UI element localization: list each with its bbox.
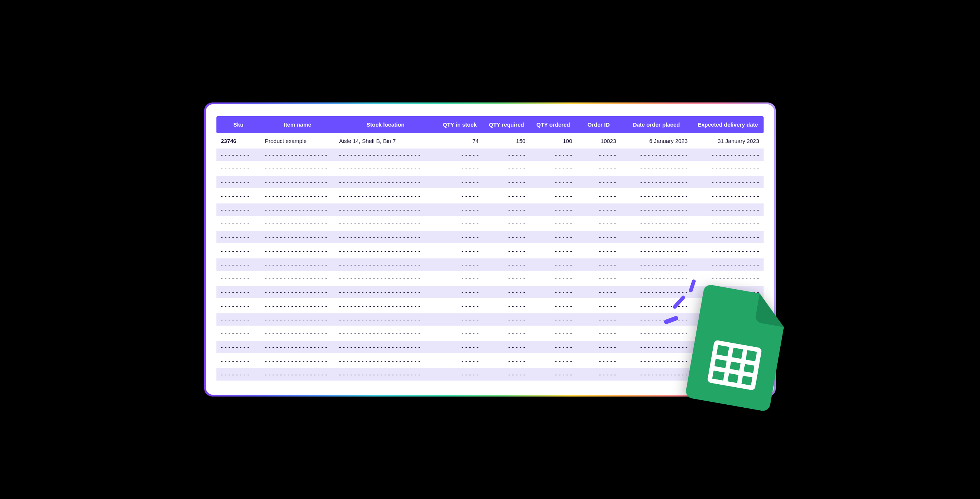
- placeholder-cell[interactable]: - - - - - - - -: [216, 258, 261, 271]
- placeholder-cell[interactable]: - - - - -: [530, 327, 576, 340]
- placeholder-cell[interactable]: - - - - -: [483, 272, 530, 284]
- col-date-order-placed[interactable]: Date order placed: [620, 116, 692, 133]
- placeholder-cell[interactable]: - - - - -: [576, 148, 620, 161]
- placeholder-cell[interactable]: - - - - -: [483, 258, 530, 271]
- table-row-placeholder[interactable]: - - - - - - - -- - - - - - - - - - - - -…: [216, 245, 764, 257]
- placeholder-cell[interactable]: - - - - - - - - - - - - -: [620, 204, 692, 216]
- col-qty-ordered[interactable]: QTY ordered: [530, 116, 576, 133]
- placeholder-cell[interactable]: - - - - - - - -: [216, 300, 261, 312]
- placeholder-cell[interactable]: - - - - - - - -: [216, 327, 261, 340]
- col-expected-delivery-date[interactable]: Expected delivery date: [692, 116, 764, 133]
- placeholder-cell[interactable]: - - - - - - - -: [216, 204, 261, 216]
- placeholder-cell[interactable]: - - - - -: [576, 217, 620, 230]
- placeholder-cell[interactable]: - - - - -: [483, 204, 530, 216]
- placeholder-cell[interactable]: - - - - -: [483, 190, 530, 202]
- cell-stock-location[interactable]: Aisle 14, Shelf B, Bin 7: [334, 135, 436, 147]
- cell-qty-in-stock[interactable]: 74: [436, 135, 483, 147]
- placeholder-cell[interactable]: - - - - - - - - - - - - -: [620, 162, 692, 174]
- col-qty-in-stock[interactable]: QTY in stock: [436, 116, 483, 133]
- placeholder-cell[interactable]: - - - - - - - - - - - - - - - - - - - - …: [334, 327, 436, 340]
- placeholder-cell[interactable]: - - - - - - - - - - - - - - - - -: [261, 327, 335, 340]
- placeholder-cell[interactable]: - - - - -: [530, 272, 576, 284]
- placeholder-cell[interactable]: - - - - - - - - - - - - -: [692, 355, 764, 367]
- placeholder-cell[interactable]: - - - - - - - - - - - - -: [692, 190, 764, 202]
- placeholder-cell[interactable]: - - - - - - - - - - - - -: [620, 368, 692, 381]
- cell-qty-required[interactable]: 150: [483, 135, 530, 147]
- placeholder-cell[interactable]: - - - - - - - - - - - - - - - - - - - - …: [334, 300, 436, 312]
- placeholder-cell[interactable]: - - - - - - - -: [216, 176, 261, 188]
- placeholder-cell[interactable]: - - - - -: [436, 258, 483, 271]
- col-sku[interactable]: Sku: [216, 116, 261, 133]
- placeholder-cell[interactable]: - - - - - - - - - - - - - - - - - - - - …: [334, 162, 436, 174]
- placeholder-cell[interactable]: - - - - - - - - - - - - - - - - - - - - …: [334, 355, 436, 367]
- cell-expected-delivery-date[interactable]: 31 January 2023: [692, 135, 764, 147]
- placeholder-cell[interactable]: - - - - - - - - - - - - -: [692, 245, 764, 257]
- placeholder-cell[interactable]: - - - - -: [576, 300, 620, 312]
- placeholder-cell[interactable]: - - - - - - - - - - - - - - - - - - - - …: [334, 231, 436, 243]
- placeholder-cell[interactable]: - - - - - - - -: [216, 231, 261, 243]
- placeholder-cell[interactable]: - - - - - - - - - - - - -: [620, 341, 692, 353]
- table-row-placeholder[interactable]: - - - - - - - -- - - - - - - - - - - - -…: [216, 162, 764, 174]
- placeholder-cell[interactable]: - - - - - - - - - - - - - - - - -: [261, 313, 335, 325]
- placeholder-cell[interactable]: - - - - -: [483, 300, 530, 312]
- placeholder-cell[interactable]: - - - - - - - - - - - - - - - - - - - - …: [334, 258, 436, 271]
- placeholder-cell[interactable]: - - - - - - - - - - - - - - - - - - - - …: [334, 341, 436, 353]
- placeholder-cell[interactable]: - - - - - - - -: [216, 355, 261, 367]
- table-row-placeholder[interactable]: - - - - - - - -- - - - - - - - - - - - -…: [216, 300, 764, 312]
- placeholder-cell[interactable]: - - - - - - - - - - - - - - - - -: [261, 148, 335, 161]
- placeholder-cell[interactable]: - - - - - - - - - - - - -: [620, 286, 692, 298]
- placeholder-cell[interactable]: - - - - - - - - - - - - - - - - -: [261, 176, 335, 188]
- placeholder-cell[interactable]: - - - - - - - - - - - - - - - - - - - - …: [334, 176, 436, 188]
- placeholder-cell[interactable]: - - - - - - - - - - - - -: [620, 355, 692, 367]
- placeholder-cell[interactable]: - - - - -: [530, 162, 576, 174]
- placeholder-cell[interactable]: - - - - -: [576, 286, 620, 298]
- placeholder-cell[interactable]: - - - - -: [483, 286, 530, 298]
- placeholder-cell[interactable]: - - - - -: [576, 355, 620, 367]
- placeholder-cell[interactable]: - - - - -: [436, 341, 483, 353]
- placeholder-cell[interactable]: - - - - - - - - - - - - - - - - - - - - …: [334, 272, 436, 284]
- table-row-placeholder[interactable]: - - - - - - - -- - - - - - - - - - - - -…: [216, 286, 764, 298]
- placeholder-cell[interactable]: - - - - -: [483, 313, 530, 325]
- placeholder-cell[interactable]: - - - - - - - -: [216, 190, 261, 202]
- placeholder-cell[interactable]: - - - - -: [436, 272, 483, 284]
- table-row-placeholder[interactable]: - - - - - - - -- - - - - - - - - - - - -…: [216, 313, 764, 325]
- placeholder-cell[interactable]: - - - - -: [483, 245, 530, 257]
- placeholder-cell[interactable]: - - - - - - - - - - - - - - - - -: [261, 300, 335, 312]
- placeholder-cell[interactable]: - - - - - - - -: [216, 217, 261, 230]
- placeholder-cell[interactable]: - - - - -: [436, 368, 483, 381]
- placeholder-cell[interactable]: - - - - -: [576, 231, 620, 243]
- placeholder-cell[interactable]: - - - - - - - - - - - - - - - - -: [261, 272, 335, 284]
- placeholder-cell[interactable]: - - - - -: [436, 217, 483, 230]
- cell-date-order-placed[interactable]: 6 January 2023: [620, 135, 692, 147]
- placeholder-cell[interactable]: - - - - -: [436, 327, 483, 340]
- placeholder-cell[interactable]: - - - - - - - - - - - - - - - - - - - - …: [334, 313, 436, 325]
- placeholder-cell[interactable]: - - - - - - - - - - - - - - - - -: [261, 217, 335, 230]
- placeholder-cell[interactable]: - - - - -: [436, 313, 483, 325]
- placeholder-cell[interactable]: - - - - -: [483, 217, 530, 230]
- placeholder-cell[interactable]: - - - - -: [483, 368, 530, 381]
- placeholder-cell[interactable]: - - - - - - - - - - - - - - - - -: [261, 231, 335, 243]
- cell-qty-ordered[interactable]: 100: [530, 135, 576, 147]
- placeholder-cell[interactable]: - - - - - - - - - - - - -: [620, 327, 692, 340]
- placeholder-cell[interactable]: - - - - -: [530, 217, 576, 230]
- table-row-placeholder[interactable]: - - - - - - - -- - - - - - - - - - - - -…: [216, 217, 764, 230]
- placeholder-cell[interactable]: - - - - -: [530, 245, 576, 257]
- placeholder-cell[interactable]: - - - - -: [576, 327, 620, 340]
- table-row-placeholder[interactable]: - - - - - - - -- - - - - - - - - - - - -…: [216, 368, 764, 381]
- table-row-placeholder[interactable]: - - - - - - - -- - - - - - - - - - - - -…: [216, 258, 764, 271]
- placeholder-cell[interactable]: - - - - -: [530, 204, 576, 216]
- table-row-placeholder[interactable]: - - - - - - - -- - - - - - - - - - - - -…: [216, 190, 764, 202]
- placeholder-cell[interactable]: - - - - -: [530, 341, 576, 353]
- placeholder-cell[interactable]: - - - - -: [436, 231, 483, 243]
- placeholder-cell[interactable]: - - - - -: [530, 231, 576, 243]
- placeholder-cell[interactable]: - - - - - - - - - - - - -: [692, 327, 764, 340]
- placeholder-cell[interactable]: - - - - -: [483, 231, 530, 243]
- placeholder-cell[interactable]: - - - - - - - - - - - - -: [620, 176, 692, 188]
- placeholder-cell[interactable]: - - - - -: [576, 258, 620, 271]
- placeholder-cell[interactable]: - - - - - - - - - - - - -: [692, 272, 764, 284]
- placeholder-cell[interactable]: - - - - -: [530, 368, 576, 381]
- placeholder-cell[interactable]: - - - - -: [530, 148, 576, 161]
- placeholder-cell[interactable]: - - - - - - - -: [216, 341, 261, 353]
- col-qty-required[interactable]: QTY required: [483, 116, 530, 133]
- table-row-placeholder[interactable]: - - - - - - - -- - - - - - - - - - - - -…: [216, 231, 764, 243]
